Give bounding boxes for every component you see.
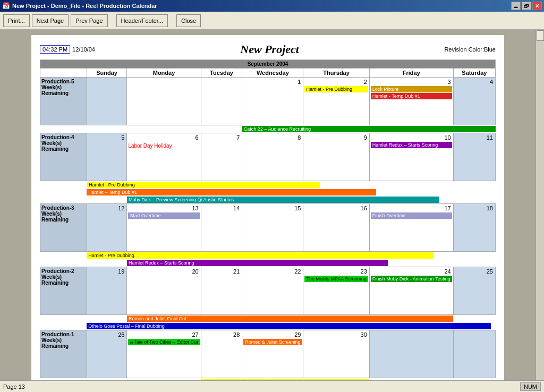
span-row-week3b: Hamlet Redux – Starts Scoring — [40, 259, 496, 267]
week-row-1: Production-5 Week(s)Remaining 1 2 Hamlet… — [40, 78, 496, 125]
event-mobydick-preview: Moby Dick – Preview Screening @ Austin S… — [127, 197, 440, 203]
day-cell-sep7: 7 — [201, 133, 242, 181]
col-header-tue: Tuesday — [201, 69, 242, 78]
event-hamlet-predub-week2: Hamlet - Pre Dubbing — [87, 182, 320, 188]
page: 04:32 PM 12/10/04 New Project Revision C… — [31, 35, 504, 380]
day-cell-sep6: 6 Labor Day Holiday — [127, 133, 201, 181]
day-cell-oct1 — [369, 330, 453, 378]
event-lock-picture: Lock Picture — [371, 86, 452, 92]
col-header-wed: Wednesday — [242, 69, 303, 78]
day-cell-sep3: 3 Lock Picture Hamlet - Temp Dub #1 — [369, 78, 453, 125]
day-cell-aug31 — [201, 78, 242, 125]
labor-day-text: Labor Day Holiday — [128, 143, 199, 149]
status-bar: Page 13 NUM — [0, 380, 544, 392]
event-catch22: Catch 22 – Audience Recruiting — [242, 126, 496, 132]
app-icon: 📅 — [2, 2, 10, 10]
day-cell-sep20: 20 — [127, 267, 201, 315]
event-hamlet-tempdub-sep3: Hamlet - Temp Dub #1 — [371, 93, 452, 99]
week-row-4: Production-2 Week(s)Remaining 19 20 21 2… — [40, 267, 496, 315]
day-cell-sep29: 29 Romeo & Juliet Screening — [242, 330, 303, 378]
day-cell-sep16: 16 — [303, 204, 369, 252]
day-cell-aug30 — [127, 78, 201, 125]
window-title: New Project - Demo_File - Reel Productio… — [12, 3, 157, 9]
day-cell-sep28: 28 — [201, 330, 242, 378]
event-romeo-juliet-final: Romeo and Juliet Final Cut — [127, 316, 453, 322]
event-romeo-juliet-screening: Romeo & Juliet Screening — [243, 339, 302, 345]
event-misfits-mpaa: The Misfits MPAA Screening — [304, 276, 368, 282]
day-cell-sep1: 1 — [242, 78, 303, 125]
day-cell-sep23: 23 The Misfits MPAA Screening — [303, 267, 369, 315]
title-bar: 📅 New Project - Demo_File - Reel Product… — [0, 0, 544, 12]
week-label-5: Production-1 Week(s)Remaining — [40, 330, 87, 378]
span-row-week2c: Moby Dick – Preview Screening @ Austin S… — [40, 196, 496, 204]
num-indicator: NUM — [520, 382, 541, 391]
event-hamlet-tempdub-week2: Hamlet – Temp Dub #1 — [87, 189, 376, 195]
week-label-1: Production-5 Week(s)Remaining — [40, 78, 87, 125]
main-area: 04:32 PM 12/10/04 New Project Revision C… — [0, 30, 536, 380]
month-header: September 2004 — [40, 60, 496, 69]
day-cell-sep11: 11 — [453, 133, 495, 181]
day-cell-sep14: 14 — [201, 204, 242, 252]
prev-page-button[interactable]: Prev Page — [71, 14, 107, 27]
col-header-fri: Friday — [369, 69, 453, 78]
day-cell-sep18: 18 — [453, 204, 495, 252]
col-header-sun: Sunday — [87, 69, 127, 78]
maximize-button[interactable]: 🗗 — [522, 2, 531, 10]
header-date: 12/10/04 — [72, 46, 95, 53]
span-row-week2a: Hamlet - Pre Dubbing — [40, 181, 496, 189]
day-cell-sep12: 12 — [87, 204, 127, 252]
col-header-mon: Monday — [127, 69, 201, 78]
day-cell-sep9: 9 — [303, 133, 369, 181]
event-tale-two-cities: A Tale of Two Cities – Editor Cut — [128, 339, 199, 345]
day-cell-sep17: 17 Finish Overtime — [369, 204, 453, 252]
revision-color: Revision Color:Blue — [444, 46, 496, 53]
day-cell-sep2: 2 Hamlet - Pre Dubbing — [303, 78, 369, 125]
span-row-week3a: Hamlet - Pre Dubbing — [40, 252, 496, 260]
event-hamlet-predub-week3: Hamlet - Pre Dubbing — [87, 252, 434, 259]
day-cell-sep27: 27 A Tale of Two Cities – Editor Cut — [127, 330, 201, 378]
page-header: 04:32 PM 12/10/04 New Project Revision C… — [40, 42, 496, 56]
week-row-5: Production-1 Week(s)Remaining 26 27 A Ta… — [40, 330, 496, 378]
day-cell-sep22: 22 — [242, 267, 303, 315]
close-window-button[interactable]: ✕ — [532, 2, 542, 10]
scrollbar-thumb[interactable] — [537, 30, 544, 41]
day-cell-sep25: 25 — [453, 267, 495, 315]
status-page: Page 13 — [3, 384, 25, 390]
next-page-button[interactable]: Next Page — [32, 14, 69, 27]
week-label-4: Production-2 Week(s)Remaining — [40, 267, 87, 315]
project-title: New Project — [95, 42, 444, 56]
day-cell-sep15: 15 — [242, 204, 303, 252]
week-label-2: Production-4 Week(s)Remaining — [40, 133, 87, 181]
event-finish-overtime: Finish Overtime — [371, 212, 452, 219]
event-hamlet-predub-sep2: Hamlet - Pre Dubbing — [304, 86, 368, 92]
col-header-thu: Thursday — [303, 69, 369, 78]
day-cell-sep21: 21 — [201, 267, 242, 315]
close-button[interactable]: Close — [176, 14, 201, 27]
window-controls: 🗕 🗗 ✕ — [511, 2, 542, 10]
span-row-week1: Catch 22 – Audience Recruiting — [40, 125, 496, 133]
day-cell-sep30: 30 — [303, 330, 369, 378]
day-cell-sep24: 24 Finish Moby Dick - Animation Testing — [369, 267, 453, 315]
print-button[interactable]: Print... — [3, 14, 30, 27]
day-cell-sep13: 13 Start Overtime — [127, 204, 201, 252]
week-label-3: Production-3 Week(s)Remaining — [40, 204, 87, 252]
day-cell-aug29 — [87, 78, 127, 125]
span-row-week4a: Romeo and Juliet Final Cut — [40, 315, 496, 323]
day-cell-sep4: 4 — [453, 78, 495, 125]
event-hamlet-redux-scoring: Hamlet Redux – Starts Scoring — [371, 142, 452, 148]
event-finish-mobydick: Finish Moby Dick - Animation Testing — [371, 276, 452, 282]
time-box: 04:32 PM — [40, 45, 70, 54]
event-hamlet-redux-scoring-week3: Hamlet Redux – Starts Scoring — [127, 260, 388, 266]
day-cell-sep5: 5 — [87, 133, 127, 181]
day-cell-sep10: 10 Hamlet Redux – Starts Scoring — [369, 133, 453, 181]
event-othelo-goes-postal-w4: Othelo Goes Postal – Final Dubbing — [87, 323, 491, 329]
event-start-overtime: Start Overtime — [128, 212, 199, 219]
minimize-button[interactable]: 🗕 — [511, 2, 521, 10]
day-cell-sep26: 26 — [87, 330, 127, 378]
week-row-2: Production-4 Week(s)Remaining 5 6 Labor … — [40, 133, 496, 181]
vertical-scrollbar[interactable] — [536, 30, 544, 380]
header-footer-button[interactable]: Header/Footer... — [116, 14, 168, 27]
span-row-week4b: Othelo Goes Postal – Final Dubbing — [40, 322, 496, 330]
day-cell-sep8: 8 — [242, 133, 303, 181]
toolbar: Print... Next Page Prev Page Header/Foot… — [0, 12, 544, 30]
